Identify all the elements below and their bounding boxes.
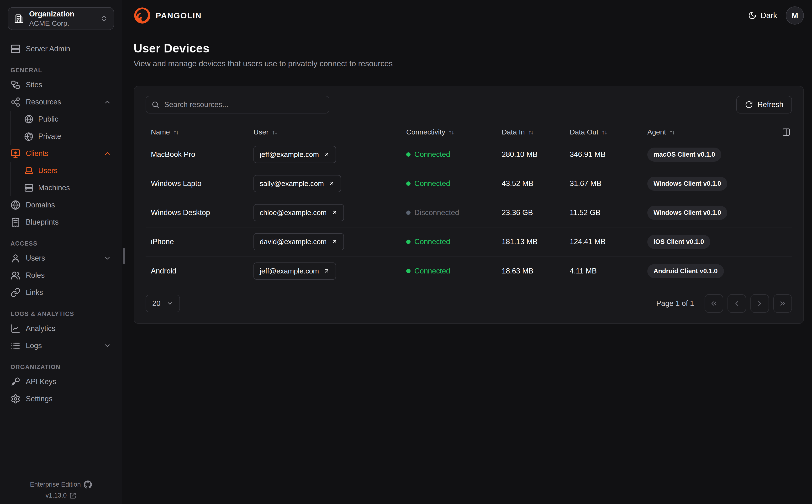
table-header-row: Name ↑↓ User ↑↓ Connectivity ↑↓ Data In … — [145, 124, 792, 140]
device-name: Windows Desktop — [151, 208, 210, 217]
globe-icon — [10, 200, 21, 210]
sidebar-item-api-keys[interactable]: API Keys — [7, 373, 115, 390]
github-icon[interactable] — [84, 480, 92, 489]
sidebar-item-blueprints[interactable]: Blueprints — [7, 214, 115, 231]
sidebar-footer: Enterprise Edition v1.13.0 — [0, 477, 122, 499]
gear-icon — [10, 394, 21, 404]
chevron-left-icon — [733, 299, 741, 308]
sidebar-item-sites[interactable]: Sites — [7, 77, 115, 93]
user-link-button[interactable]: jeff@example.com — [254, 262, 336, 280]
device-name: Windows Lapto — [151, 179, 201, 188]
device-name: iPhone — [151, 237, 174, 246]
main-content: PANGOLIN Dark M User Devices View and ma… — [122, 0, 812, 504]
page-title: User Devices — [134, 41, 804, 55]
version-link[interactable]: v1.13.0 — [46, 492, 67, 499]
search-wrap — [145, 96, 329, 113]
column-settings-button[interactable] — [782, 128, 791, 136]
sidebar-item-domains[interactable]: Domains — [7, 197, 115, 213]
chevron-down-icon — [104, 342, 111, 350]
agent-badge: Windows Client v0.1.0 — [647, 206, 727, 220]
theme-toggle-button[interactable]: Dark — [748, 11, 777, 20]
sort-icon[interactable]: ↑↓ — [448, 129, 453, 136]
column-header-agent[interactable]: Agent ↑↓ — [642, 128, 771, 136]
connectivity-status: Connected — [406, 237, 450, 246]
column-header-data-out[interactable]: Data Out ↑↓ — [564, 128, 642, 136]
next-page-button[interactable] — [750, 294, 769, 313]
column-label: Data Out — [570, 128, 598, 136]
app-root: Organization ACME Corp. Server Admin GEN… — [0, 0, 812, 504]
connectivity-label: Disconnected — [414, 208, 459, 217]
user-email: jeff@example.com — [260, 267, 319, 275]
first-page-button[interactable] — [705, 294, 723, 313]
connectivity-label: Connected — [414, 237, 450, 246]
sort-icon[interactable]: ↑↓ — [669, 129, 674, 136]
column-header-data-in[interactable]: Data In ↑↓ — [496, 128, 564, 136]
globe-icon — [24, 115, 33, 124]
sidebar-item-resources[interactable]: Resources — [7, 94, 115, 110]
user-link-button[interactable]: chloe@example.com — [254, 204, 344, 221]
search-icon — [151, 101, 159, 109]
sidebar-item-roles[interactable]: Roles — [7, 267, 115, 284]
laptop-icon — [24, 166, 33, 175]
connectivity-dot — [406, 211, 411, 215]
server-icon — [24, 183, 33, 192]
sidebar-scrollbar-thumb[interactable] — [123, 248, 125, 264]
sites-icon — [10, 80, 21, 90]
sidebar-item-label: Sites — [26, 81, 111, 89]
sidebar-item-settings[interactable]: Settings — [7, 391, 115, 407]
column-label: User — [254, 128, 269, 136]
sidebar-item-users[interactable]: Users — [7, 250, 115, 267]
search-input[interactable] — [145, 96, 329, 113]
brand-name: PANGOLIN — [155, 11, 202, 20]
chevron-up-icon — [104, 98, 111, 106]
user-link-button[interactable]: jeff@example.com — [254, 146, 336, 163]
prev-page-button[interactable] — [728, 294, 746, 313]
last-page-button[interactable] — [773, 294, 792, 313]
sort-icon[interactable]: ↑↓ — [173, 129, 178, 136]
brand[interactable]: PANGOLIN — [134, 7, 202, 24]
sidebar-item-label: Machines — [38, 184, 111, 192]
organization-switcher[interactable]: Organization ACME Corp. — [8, 7, 114, 30]
connectivity-dot — [406, 240, 411, 244]
resources-icon — [10, 97, 21, 107]
sidebar-item-analytics[interactable]: Analytics — [7, 320, 115, 337]
organization-label: Organization — [29, 10, 95, 19]
sidebar-item-public[interactable]: Public — [21, 111, 115, 128]
top-bar: PANGOLIN Dark M — [134, 0, 804, 31]
theme-label: Dark — [760, 11, 777, 20]
sidebar-item-client-machines[interactable]: Machines — [21, 180, 115, 196]
column-header-connectivity[interactable]: Connectivity ↑↓ — [401, 128, 496, 136]
avatar[interactable]: M — [786, 6, 804, 25]
data-in-value: 23.36 GB — [502, 208, 533, 217]
sidebar-item-logs[interactable]: Logs — [7, 337, 115, 354]
sidebar-item-label: Roles — [26, 271, 111, 280]
sort-icon[interactable]: ↑↓ — [272, 129, 277, 136]
chart-line-icon — [10, 324, 21, 334]
table-row: Windows Desktop chloe@example.com Discon… — [145, 198, 792, 227]
refresh-button[interactable]: Refresh — [736, 96, 792, 113]
column-header-user[interactable]: User ↑↓ — [248, 128, 401, 136]
column-label: Connectivity — [406, 128, 445, 136]
column-header-name[interactable]: Name ↑↓ — [145, 128, 248, 136]
sidebar-item-server-admin[interactable]: Server Admin — [7, 41, 115, 57]
arrow-up-right-icon — [323, 151, 330, 158]
sidebar-item-clients[interactable]: Clients — [7, 145, 115, 162]
user-link-button[interactable]: sally@example.com — [254, 175, 341, 192]
page-size-select[interactable]: 20 — [145, 295, 180, 312]
sort-icon[interactable]: ↑↓ — [528, 129, 533, 136]
column-label: Name — [151, 128, 170, 136]
data-in-value: 43.52 MB — [502, 179, 533, 188]
sort-icon[interactable]: ↑↓ — [602, 129, 607, 136]
link-icon — [10, 288, 21, 298]
device-name: Android — [151, 267, 176, 275]
user-link-button[interactable]: david@example.com — [254, 233, 344, 250]
arrow-up-right-icon — [331, 209, 338, 216]
section-label-general: GENERAL — [7, 67, 115, 74]
chevron-up-icon — [104, 150, 111, 157]
refresh-icon — [745, 101, 753, 109]
arrow-up-right-icon — [331, 238, 338, 245]
sidebar-item-private[interactable]: Private — [21, 128, 115, 145]
sidebar-item-client-users[interactable]: Users — [21, 162, 115, 179]
sidebar-item-label: Settings — [26, 395, 111, 403]
sidebar-item-links[interactable]: Links — [7, 284, 115, 301]
